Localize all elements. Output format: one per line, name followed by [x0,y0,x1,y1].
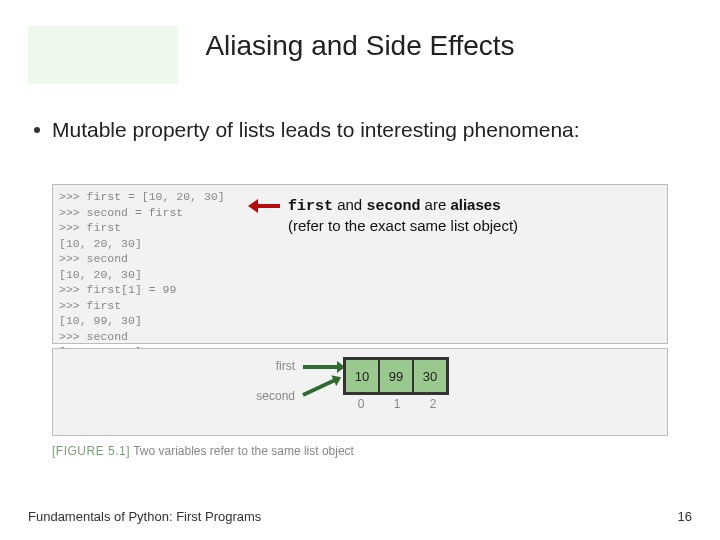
arrow-right-icon [303,365,339,369]
list-indices: 0 1 2 [343,397,451,411]
figure-label: [FIGURE 5.1] [52,444,130,458]
diagram-var-labels: first second [251,359,295,419]
figure-text: Two variables refer to the same list obj… [130,444,354,458]
bullet-item: Mutable property of lists leads to inter… [34,116,580,144]
bullet-dot-icon [34,127,40,133]
slide-title: Aliasing and Side Effects [0,30,720,62]
callout-text: first and second are aliases (refer to t… [288,196,518,236]
list-boxes: 10 99 30 [343,357,449,395]
arrow-left-icon [256,204,280,208]
bullet-text: Mutable property of lists leads to inter… [52,116,580,144]
arrow-right-icon [302,378,336,397]
page-number: 16 [678,509,692,524]
list-cell: 99 [379,359,413,393]
figure-caption: [FIGURE 5.1] Two variables refer to the … [52,444,354,458]
footer-text: Fundamentals of Python: First Programs [28,509,261,524]
index-label: 0 [343,397,379,411]
list-cell: 10 [345,359,379,393]
index-label: 1 [379,397,415,411]
callout: first and second are aliases (refer to t… [256,196,518,236]
index-label: 2 [415,397,451,411]
diagram-label-first: first [251,359,295,373]
diagram: first second 10 99 30 0 1 2 [52,348,668,436]
list-cell: 30 [413,359,447,393]
diagram-label-second: second [251,389,295,403]
